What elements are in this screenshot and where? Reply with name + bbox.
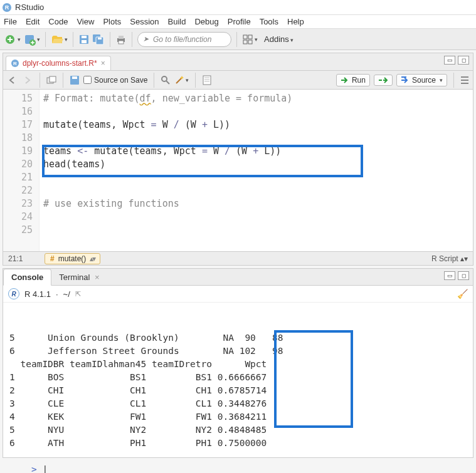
- menu-bar: File Edit Code View Plots Session Build …: [0, 15, 476, 29]
- source-on-save-label: Source on Save: [94, 76, 147, 85]
- toolbar-separator: [236, 32, 237, 47]
- rerun-button[interactable]: [374, 75, 393, 86]
- folder-open-icon: [51, 33, 63, 46]
- compile-report-button[interactable]: [202, 75, 212, 85]
- print-button[interactable]: [115, 34, 127, 45]
- clear-console-button[interactable]: 🧹: [457, 289, 468, 299]
- floppy-icon: [70, 75, 80, 85]
- svg-rect-19: [72, 76, 77, 79]
- save-file-button[interactable]: [70, 75, 80, 85]
- svg-rect-10: [119, 36, 124, 39]
- line-gutter: 1516171819202122232425: [3, 90, 40, 251]
- console-output[interactable]: 5 Union Grounds (Brooklyn) NA 90 886 Jef…: [3, 303, 473, 473]
- arrow-left-icon: [7, 76, 18, 85]
- find-button[interactable]: [161, 75, 171, 85]
- new-file-button[interactable]: [4, 33, 21, 46]
- wand-icon: [174, 75, 184, 85]
- source-on-save-toggle[interactable]: Source on Save: [83, 76, 147, 85]
- svg-rect-21: [203, 76, 211, 85]
- addins-menu[interactable]: Addins: [260, 34, 297, 44]
- open-file-button[interactable]: [51, 33, 68, 46]
- svg-rect-4: [82, 36, 87, 38]
- console-prompt: >: [31, 464, 42, 473]
- menu-session[interactable]: Session: [130, 17, 159, 26]
- working-dir: ~/: [63, 289, 70, 299]
- r-file-icon: R: [11, 60, 19, 67]
- pane-minimize-button[interactable]: ▭: [444, 56, 455, 65]
- tab-terminal[interactable]: Terminal ×: [51, 269, 107, 285]
- console-pane: Console Terminal × ▭ ◻ R R 4.1.1 · ~/ ⇱ …: [3, 268, 473, 458]
- toolbar-separator: [195, 73, 196, 88]
- goto-file-placeholder: Go to file/function: [153, 35, 211, 44]
- editor-tab[interactable]: R dplyr-columns-start.R* ×: [6, 56, 111, 70]
- new-project-icon: [23, 33, 36, 46]
- menu-tools[interactable]: Tools: [260, 17, 278, 26]
- rstudio-logo-icon: R: [3, 3, 11, 12]
- nav-back-button[interactable]: [7, 76, 18, 85]
- show-in-new-window-button[interactable]: [46, 76, 56, 85]
- cursor-position: 21:1: [8, 254, 40, 263]
- language-mode[interactable]: R Script ▴▾: [431, 254, 468, 263]
- grid-view-button[interactable]: [242, 34, 258, 45]
- svg-rect-13: [248, 35, 252, 39]
- console-tabstrip: Console Terminal × ▭ ◻: [3, 269, 473, 286]
- menu-build[interactable]: Build: [168, 17, 186, 26]
- popout-icon[interactable]: ⇱: [75, 290, 81, 298]
- code-editor[interactable]: 1516171819202122232425 # Format: mutate(…: [3, 90, 473, 251]
- code-tools-button[interactable]: [174, 75, 189, 85]
- toolbar-separator: [63, 73, 63, 88]
- nav-forward-button[interactable]: [22, 76, 33, 85]
- toolbar-separator: [110, 32, 110, 47]
- editor-statusbar: 21:1 # mutate() ▴▾ R Script ▴▾: [3, 251, 473, 265]
- source-button[interactable]: Source: [396, 74, 447, 86]
- save-button[interactable]: [78, 34, 90, 45]
- new-file-icon: [4, 33, 16, 46]
- scope-fn-name: mutate(): [58, 254, 87, 263]
- run-arrow-icon: [341, 76, 349, 84]
- window-titlebar: R RStudio: [0, 0, 476, 15]
- new-project-button[interactable]: [23, 33, 40, 46]
- notebook-icon: [202, 75, 212, 85]
- source-on-save-checkbox[interactable]: [83, 76, 92, 84]
- pane-maximize-button[interactable]: ◻: [458, 271, 469, 280]
- toolbar-separator: [154, 73, 154, 88]
- menu-view[interactable]: View: [77, 17, 94, 26]
- close-tab-button[interactable]: ×: [101, 59, 105, 68]
- code-lines: # Format: mutate(df, new_variable = form…: [40, 90, 473, 239]
- tab-console[interactable]: Console: [3, 269, 51, 286]
- editor-tabstrip: R dplyr-columns-start.R* × ▭ ◻: [3, 53, 473, 71]
- window-title: RStudio: [15, 3, 44, 12]
- source-label: Source: [412, 76, 436, 85]
- menu-edit[interactable]: Edit: [26, 17, 40, 26]
- save-all-button[interactable]: [92, 34, 105, 45]
- source-pane: R dplyr-columns-start.R* × ▭ ◻ Source on…: [3, 53, 473, 266]
- toolbar-separator: [45, 32, 46, 47]
- r-version: R 4.1.1: [24, 289, 51, 299]
- menu-plots[interactable]: Plots: [103, 17, 121, 26]
- outline-button[interactable]: [460, 76, 469, 85]
- floppy-multi-icon: [92, 34, 105, 45]
- pane-maximize-button[interactable]: ◻: [458, 56, 469, 65]
- svg-rect-17: [50, 76, 56, 82]
- tab-terminal-label: Terminal: [59, 273, 90, 282]
- toolbar-separator: [40, 73, 40, 88]
- pane-minimize-button[interactable]: ▭: [444, 271, 455, 280]
- goto-file-input[interactable]: Go to file/function: [137, 32, 231, 47]
- scope-navigator[interactable]: # mutate() ▴▾: [45, 253, 100, 264]
- svg-rect-12: [243, 35, 247, 39]
- run-button[interactable]: Run: [336, 74, 370, 86]
- menu-help[interactable]: Help: [287, 17, 304, 26]
- close-icon[interactable]: ×: [95, 273, 100, 282]
- grid-icon: [242, 34, 253, 45]
- menu-code[interactable]: Code: [48, 17, 68, 26]
- main-toolbar: Go to file/function Addins: [0, 29, 476, 50]
- svg-rect-15: [248, 40, 252, 44]
- magnifier-icon: [161, 75, 171, 85]
- toolbar-separator: [453, 73, 454, 88]
- menu-debug[interactable]: Debug: [194, 17, 218, 26]
- menu-profile[interactable]: Profile: [228, 17, 251, 26]
- popout-icon: [46, 76, 56, 85]
- svg-rect-14: [243, 40, 247, 44]
- menu-file[interactable]: File: [4, 17, 17, 26]
- svg-rect-5: [82, 40, 87, 43]
